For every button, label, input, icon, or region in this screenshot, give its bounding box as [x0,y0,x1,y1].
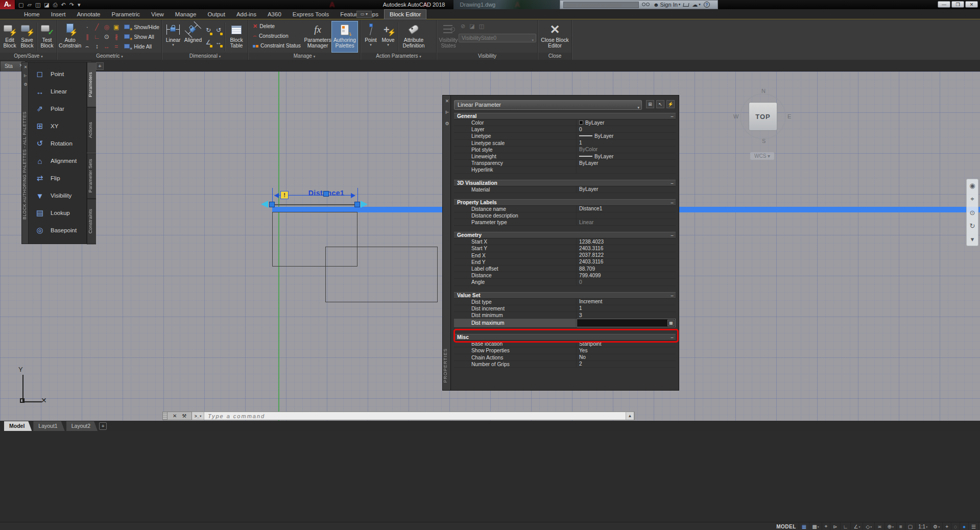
property-value[interactable]: 3 [577,312,676,318]
menu-tab-home[interactable]: Home [18,9,45,19]
authoring-palettes-button[interactable]: ↴ Authoring Palettes [331,21,358,53]
redo-icon[interactable]: ↷ [69,2,74,8]
visibility-states-button[interactable]: Visibility States [438,21,459,53]
radial-lock-icon[interactable]: ↻ [203,25,213,37]
property-row-label-offset[interactable]: Label offset88.709 [454,266,676,272]
palette-tab-constraints[interactable]: Constraints [87,199,96,244]
annotation-monitor-toggle[interactable]: + [943,522,951,530]
plot-icon[interactable]: ⎙ [53,2,58,8]
property-row-parameter-type[interactable]: Parameter typeLinear [454,219,676,226]
menu-tab-view[interactable]: View [146,9,170,19]
menu-tab-block-editor[interactable]: Block Editor [384,9,426,19]
layout-tab-layout1[interactable]: Layout1 [33,421,64,431]
test-block-button[interactable]: ✓ Test Block [38,21,56,53]
minimize-button[interactable]: — [938,1,950,8]
close-button[interactable]: ✕ [965,1,978,8]
communication-center-icon[interactable]: ☁▾ [692,2,701,8]
zoom-tool-icon[interactable]: ⊙ [970,209,975,216]
property-value[interactable]: 2403.3116 [577,259,676,265]
open-file-icon[interactable]: ▱ [27,2,31,8]
make-visible-icon[interactable]: ⊘ [461,23,465,30]
property-value[interactable]: 1238.4023 [577,238,676,245]
pan-tool-icon[interactable]: ⌖ [970,195,974,203]
close-command-line-icon[interactable]: ✕ [173,413,177,419]
property-row-end-x[interactable]: End X2037.8122 [454,252,676,259]
property-row-transparency[interactable]: TransparencyByLayer [454,160,676,166]
layout-tab-layout2[interactable]: Layout2 [66,421,98,431]
property-value[interactable]: 88.709 [577,266,676,272]
section-header-value-set[interactable]: Value Set− [454,292,676,299]
customization-menu[interactable]: ☰ [969,522,979,530]
ortho-mode-toggle[interactable]: ∟ [841,522,851,530]
palette-item-point[interactable]: ◻Point [34,65,86,83]
tangent-constraint-icon[interactable]: ⊙ [102,32,111,42]
property-value[interactable]: ByColor [577,147,676,153]
palette-tab-actions[interactable]: Actions [87,107,96,153]
search-icon[interactable] [642,2,650,7]
stretch-arrow-left[interactable] [261,201,268,208]
property-value[interactable] [577,212,676,219]
property-row-material[interactable]: MaterialByLayer [454,186,676,193]
hide-all-constraints-button[interactable]: ☀Hide All [124,42,159,51]
save-block-button[interactable]: ⚡ Save Block [18,21,36,53]
palette-item-rotation[interactable]: ↺Rotation [34,135,86,152]
section-header-geometry[interactable]: Geometry− [454,232,676,238]
palette-item-alignment[interactable]: ⌂Alignment [34,152,86,170]
menu-tab-annotate[interactable]: Annotate [71,9,106,19]
grid-display-toggle[interactable]: ▦ [799,522,809,530]
parameter-label-grip[interactable] [323,191,329,197]
app-store-cart-icon[interactable] [683,3,689,7]
new-file-icon[interactable]: ▢ [18,2,23,8]
property-value[interactable] [577,166,676,173]
make-invisible-icon[interactable]: ◪ [469,23,474,30]
quick-calc-button[interactable]: ▦ [667,320,675,326]
property-row-linetype[interactable]: LinetypeByLayer [454,133,676,139]
collapse-section-icon[interactable]: − [671,293,674,299]
compass-north[interactable]: N [761,88,766,94]
concentric-constraint-icon[interactable]: ◎ [102,22,111,32]
compass-south[interactable]: S [762,138,766,144]
panel-title-close[interactable]: Close [538,53,571,60]
qat-customize-icon[interactable]: ▾ [78,2,81,8]
aligned-constraint-button[interactable]: Aligned [183,21,203,53]
coincident-constraint-icon[interactable]: · [82,22,92,32]
new-drawing-tab-button[interactable]: + [96,62,104,70]
isolate-objects-toggle[interactable]: ◌ [951,522,960,530]
polar-tracking-toggle[interactable]: ∠▾ [851,522,863,530]
autohide-icon[interactable]: ⊩ [444,110,450,115]
property-row-show-properties[interactable]: Show PropertiesYes [454,347,676,354]
property-value[interactable]: 799.4099 [577,272,676,278]
property-row-distance[interactable]: Distance799.4099 [454,272,676,279]
property-row-dist-maximum[interactable]: Dist maximum▦ [454,319,676,328]
dynamic-input-toggle[interactable]: ⊳ [830,522,840,530]
property-value[interactable]: Startpoint [577,341,676,347]
workspace-switching-menu[interactable]: ⚙▾ [930,522,943,530]
perpendicular-constraint-icon[interactable]: ∟ [92,32,102,42]
palette-item-flip[interactable]: ⇄Flip [34,170,86,187]
property-value[interactable]: 1 [577,305,676,311]
menu-tab-output[interactable]: Output [202,9,231,19]
menu-tab-add-ins[interactable]: Add-ins [231,9,262,19]
menu-tab-express-tools[interactable]: Express Tools [287,9,334,19]
property-value[interactable]: 0 [577,279,676,285]
isometric-drafting-toggle[interactable]: ◇▾ [863,522,875,530]
menu-tab-parametric[interactable]: Parametric [106,9,146,19]
close-properties-icon[interactable]: ✕ [444,99,450,104]
diameter-lock-icon[interactable]: ↺ [213,25,224,37]
compass-west[interactable]: W [733,113,738,119]
property-row-chain-actions[interactable]: Chain ActionsNo [454,354,676,361]
parallel-constraint-icon[interactable]: ∥ [82,32,92,42]
panel-title-visibility[interactable]: Visibility [437,53,537,60]
viewcube[interactable]: N W E S TOP [736,90,790,143]
linear-constraint-button[interactable]: Linear ▾ [163,21,183,53]
object-snap-tracking-toggle[interactable]: ≍ [875,522,885,530]
panel-title-geometric[interactable]: Geometric ▾ [58,53,161,60]
navigation-wheel-icon[interactable]: ◉ [969,182,975,189]
save-as-icon[interactable]: ◪ [44,2,49,8]
autohide-icon[interactable]: ⊩ [23,74,28,78]
command-bar-grip[interactable] [162,412,168,420]
visibility-mode-icon[interactable]: ◫ [479,23,484,30]
property-row-plot-style[interactable]: Plot styleByColor [454,147,676,153]
property-row-angle[interactable]: Angle0 [454,279,676,285]
property-value[interactable]: 2403.3116 [577,245,676,251]
